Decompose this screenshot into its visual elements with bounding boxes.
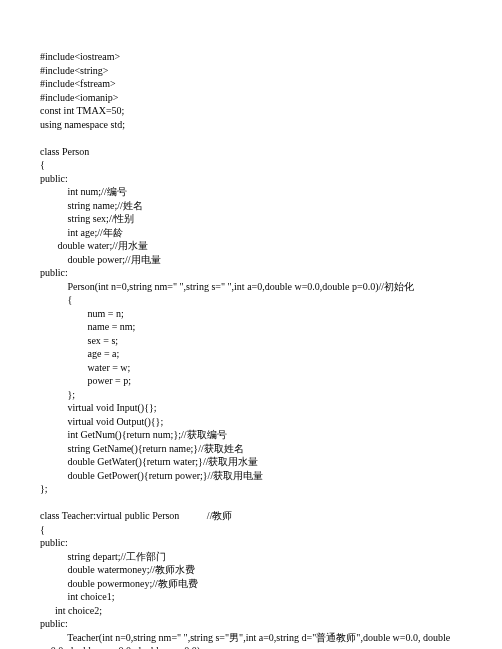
code-line: Teacher(int n=0,string nm=" ",string s="…: [40, 631, 462, 645]
code-line: water = w;: [40, 361, 462, 375]
code-line: {: [40, 523, 462, 537]
code-line: };: [40, 388, 462, 402]
code-line: #include<iomanip>: [40, 91, 462, 105]
code-line: public:: [40, 172, 462, 186]
code-line: [40, 131, 462, 145]
code-line: string depart;//工作部门: [40, 550, 462, 564]
code-line: };: [40, 482, 462, 496]
code-line: Person(int n=0,string nm=" ",string s=" …: [40, 280, 462, 294]
code-line: age = a;: [40, 347, 462, 361]
code-line: double water;//用水量: [40, 239, 462, 253]
code-line: double power;//用电量: [40, 253, 462, 267]
code-line: int age;//年龄: [40, 226, 462, 240]
code-line: #include<iostream>: [40, 50, 462, 64]
code-line: string sex;//性别: [40, 212, 462, 226]
code-line: using namespace std;: [40, 118, 462, 132]
code-line: const int TMAX=50;: [40, 104, 462, 118]
code-line: [40, 496, 462, 510]
code-line: int GetNum(){return num;};//获取编号: [40, 428, 462, 442]
code-line: virtual void Output(){};: [40, 415, 462, 429]
code-line: #include<fstream>: [40, 77, 462, 91]
code-line: {: [40, 158, 462, 172]
code-line: int choice1;: [40, 590, 462, 604]
code-line: string name;//姓名: [40, 199, 462, 213]
code-line: public:: [40, 536, 462, 550]
code-line: int choice2;: [40, 604, 462, 618]
code-line: string GetName(){return name;}//获取姓名: [40, 442, 462, 456]
code-line: name = nm;: [40, 320, 462, 334]
code-line: public:: [40, 266, 462, 280]
code-line: double powermoney;//教师电费: [40, 577, 462, 591]
code-line: virtual void Input(){};: [40, 401, 462, 415]
code-line: {: [40, 293, 462, 307]
code-line: public:: [40, 617, 462, 631]
code-line: double watermoney;//教师水费: [40, 563, 462, 577]
code-line: num = n;: [40, 307, 462, 321]
code-line: power = p;: [40, 374, 462, 388]
code-line: p=0.0, double wm=0.0, double pm=0.0): [40, 644, 462, 649]
code-line: int num;//编号: [40, 185, 462, 199]
code-line: double GetWater(){return water;}//获取用水量: [40, 455, 462, 469]
code-line: sex = s;: [40, 334, 462, 348]
code-line: #include<string>: [40, 64, 462, 78]
code-line: class Teacher:virtual public Person //教师: [40, 509, 462, 523]
code-line: double GetPower(){return power;}//获取用电量: [40, 469, 462, 483]
code-document: #include<iostream>#include<string>#inclu…: [40, 50, 462, 649]
code-line: class Person: [40, 145, 462, 159]
